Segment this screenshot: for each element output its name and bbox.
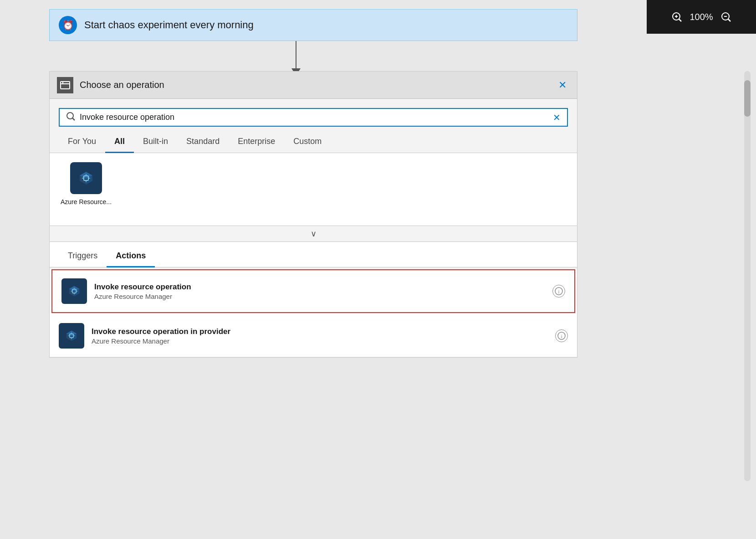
tab-built-in[interactable]: Built-in: [134, 133, 177, 153]
dialog-header-icon: [57, 77, 73, 93]
action-text-0: Invoke resource operationAzure Resource …: [94, 282, 545, 300]
sub-tab-actions[interactable]: Actions: [107, 247, 155, 267]
action-title-1: Invoke resource operation in provider: [92, 327, 548, 336]
tab-for-you[interactable]: For You: [59, 133, 105, 153]
connector-label: Azure Resource...: [61, 198, 112, 206]
search-area: ✕: [50, 99, 577, 127]
sub-tabs-row: TriggersActions: [50, 242, 577, 267]
svg-point-10: [67, 113, 73, 119]
action-icon-0: [61, 278, 87, 304]
search-input[interactable]: [80, 113, 548, 122]
svg-rect-7: [61, 82, 70, 89]
action-subtitle-1: Azure Resource Manager: [92, 337, 548, 345]
tab-standard[interactable]: Standard: [177, 133, 229, 153]
search-icon: [66, 112, 75, 123]
connector-icon-azure-resource: [70, 162, 102, 194]
action-icon-1: [59, 323, 84, 349]
scrollbar[interactable]: [744, 71, 751, 481]
action-title-0: Invoke resource operation: [94, 282, 545, 292]
svg-line-3: [679, 19, 681, 21]
tab-all[interactable]: All: [105, 133, 134, 153]
zoom-bar: 100%: [647, 0, 756, 34]
collapse-row[interactable]: ∨: [50, 226, 577, 242]
tab-enterprise[interactable]: Enterprise: [229, 133, 284, 153]
action-info-button-0[interactable]: i: [552, 285, 565, 298]
tab-custom[interactable]: Custom: [284, 133, 331, 153]
trigger-icon: ⏰: [59, 16, 77, 34]
action-subtitle-0: Azure Resource Manager: [94, 293, 545, 300]
category-tabs: For YouAllBuilt-inStandardEnterpriseCust…: [50, 127, 577, 153]
zoom-value: 100%: [690, 12, 713, 22]
connector-grid: Azure Resource...: [50, 153, 577, 226]
trigger-bar: ⏰ Start chaos experiment every morning: [49, 9, 577, 41]
action-text-1: Invoke resource operation in providerAzu…: [92, 327, 548, 345]
action-item-0[interactable]: Invoke resource operationAzure Resource …: [51, 269, 575, 313]
search-box: ✕: [59, 108, 568, 127]
chevron-down-icon: ∨: [311, 229, 317, 239]
svg-line-11: [73, 118, 75, 121]
action-list: Invoke resource operationAzure Resource …: [50, 269, 577, 357]
dialog-close-button[interactable]: ✕: [555, 78, 570, 92]
dialog-header: Choose an operation ✕: [50, 72, 577, 99]
choose-operation-dialog: Choose an operation ✕ ✕ For YouAllBuilt-…: [49, 71, 577, 358]
sub-tab-triggers[interactable]: Triggers: [59, 247, 107, 267]
action-item-1[interactable]: Invoke resource operation in providerAzu…: [50, 315, 577, 357]
flow-arrow: [291, 41, 301, 76]
zoom-out-button[interactable]: [718, 9, 734, 25]
connector-item-azure-resource[interactable]: Azure Resource...: [59, 162, 113, 206]
svg-line-6: [728, 19, 730, 21]
dialog-title: Choose an operation: [80, 80, 549, 90]
svg-text:i: i: [558, 289, 559, 294]
scrollbar-thumb: [744, 80, 751, 117]
trigger-title: Start chaos experiment every morning: [84, 19, 254, 31]
action-info-button-1[interactable]: i: [555, 329, 568, 342]
search-clear-button[interactable]: ✕: [553, 112, 561, 123]
zoom-in-button[interactable]: [669, 9, 685, 25]
svg-text:i: i: [561, 334, 562, 339]
